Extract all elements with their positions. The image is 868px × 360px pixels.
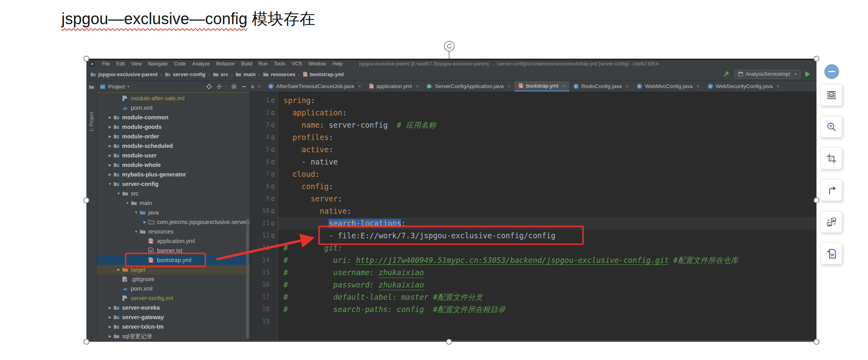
embedded-screenshot[interactable]: FileEditViewNavigateCodeAnalyzeRefactorB… [86, 59, 816, 342]
run-config-select[interactable]: AnalysisServiceImpl ▼ [734, 70, 801, 79]
rotate-handle-icon[interactable] [444, 41, 455, 52]
tree-item-sql变更记录[interactable]: ▶sql变更记录 [97, 331, 250, 339]
tree-item-server-gateway[interactable]: ▶server-gateway [97, 312, 250, 322]
project-panel-title[interactable]: Project [108, 84, 125, 90]
menu-refactor[interactable]: Refactor [213, 61, 238, 67]
close-icon[interactable]: × [777, 83, 780, 89]
tree-item--gitignore[interactable]: .gitignore [97, 274, 250, 284]
menu-edit[interactable]: Edit [113, 61, 128, 67]
chevron-collapsed-icon[interactable]: ▶ [107, 134, 113, 138]
editor-tab-aftersaletimeoutcanceljob-java[interactable]: CAfterSaleTimeoutCancelJob.java× [264, 81, 365, 92]
chevron-collapsed-icon[interactable]: ▶ [107, 334, 113, 338]
code-line-6[interactable]: - native [278, 156, 816, 168]
code-line-18[interactable]: # search-paths: config #配置文件所在根目录 [278, 303, 816, 316]
project-stripe-icon[interactable] [89, 84, 94, 91]
side-toolbar-replace-image-button[interactable] [820, 211, 842, 233]
chevron-expanded-icon[interactable]: ▼ [107, 182, 113, 186]
chevron-collapsed-icon[interactable]: ▶ [107, 306, 113, 310]
chevron-collapsed-icon[interactable]: ▶ [107, 163, 113, 167]
tree-item-module-common[interactable]: ▶module-common [97, 113, 250, 122]
code-line-3[interactable]: name: server-config # 应用名称 [278, 119, 816, 131]
menu-window[interactable]: Window [305, 61, 329, 67]
selection-handle-bottom-right[interactable] [814, 339, 820, 345]
tree-item-server-config-iml[interactable]: server-config.iml [97, 293, 250, 303]
close-icon[interactable]: × [416, 83, 419, 89]
breadcrumb-item-jspgou-exclusive-parent[interactable]: jspgou-exclusive-parent [90, 71, 158, 77]
tool-window-label[interactable]: 1: Project [89, 112, 94, 132]
chevron-collapsed-icon[interactable]: ▶ [107, 315, 113, 319]
code-line-5[interactable]: active: [278, 144, 816, 156]
code-line-13[interactable]: # git: [278, 242, 816, 254]
code-line-19[interactable] [278, 316, 816, 328]
side-toolbar-crop-button[interactable] [820, 147, 842, 169]
chevron-collapsed-icon[interactable]: ▶ [107, 115, 113, 119]
breadcrumb-item-resources[interactable]: resources [263, 71, 295, 77]
selection-handle-top-right[interactable] [814, 56, 820, 62]
code-line-7[interactable]: cloud: [278, 168, 816, 180]
hide-panel-icon[interactable] [241, 84, 247, 89]
tree-item-banner-txt[interactable]: banner.txt [97, 246, 250, 255]
chevron-collapsed-icon[interactable]: ▶ [107, 172, 113, 176]
editor-tab-webmvcconfig-java[interactable]: CWebMvcConfig.java× [633, 81, 703, 92]
code-line-9[interactable]: server: [278, 193, 816, 205]
code-line-15[interactable]: # username: zhukaixiao [278, 266, 816, 279]
tree-item-bootstrap-yml[interactable]: YMLbootstrap.yml [97, 255, 250, 265]
chevron-expanded-icon[interactable]: ▼ [133, 230, 140, 234]
side-toolbar-layout-options-button[interactable] [820, 84, 842, 106]
tree-item-module-goods[interactable]: ▶module-goods [97, 122, 250, 132]
tree-item-application-yml[interactable]: YMLapplication.yml [97, 236, 250, 246]
breadcrumb-item-src[interactable]: src [213, 71, 229, 77]
tree-item-pom-xml[interactable]: mpom.xml [97, 103, 250, 113]
close-icon[interactable]: × [626, 83, 629, 89]
gear-icon[interactable] [231, 84, 237, 90]
build-hammer-icon[interactable] [723, 71, 730, 78]
close-icon[interactable]: × [696, 83, 700, 89]
selection-handle-bottom-left[interactable] [84, 339, 90, 345]
editor-tab-bootstrap-yml[interactable]: YMLbootstrap.yml× [514, 81, 569, 92]
menu-vcs[interactable]: VCS [289, 61, 305, 67]
code-line-17[interactable]: # default-label: master #配置文件分支 [278, 291, 816, 303]
scrollbar-thumb[interactable] [246, 219, 249, 339]
tree-item-target[interactable]: ▶target [97, 265, 250, 274]
tree-item-server-config[interactable]: ▼server-config [97, 179, 250, 189]
chevron-expanded-icon[interactable]: ▼ [115, 191, 122, 195]
tree-item-module-after-sale-iml[interactable]: module-after-sale.iml [97, 94, 250, 103]
code-line-8[interactable]: config: [278, 180, 816, 193]
side-toolbar-save-as-doc-button[interactable] [820, 243, 842, 264]
tree-item-server-eureka[interactable]: ▶server-eureka [97, 303, 250, 312]
code-line-14[interactable]: # uri: http://j17w400949.51mypc.cn:53053… [278, 254, 816, 266]
tree-item-module-user[interactable]: ▶module-user [97, 151, 250, 160]
chevron-collapsed-icon[interactable]: ▶ [107, 325, 113, 329]
tree-item-pom-xml[interactable]: mpom.xml [97, 284, 250, 293]
side-toolbar-rotate-arrow-button[interactable] [820, 179, 842, 201]
selection-handle-mid-left[interactable] [84, 197, 90, 203]
tree-item-module-order[interactable]: ▶module-order [97, 132, 250, 141]
code-line-1[interactable]: spring: [278, 94, 816, 107]
editor-tab-redisconfig-java[interactable]: CRedisConfig.java× [569, 81, 633, 92]
code-line-11[interactable]: search-locations: [278, 217, 816, 230]
close-icon[interactable]: × [562, 83, 565, 89]
editor-tab-application-yml[interactable]: YMLapplication.yml× [365, 81, 423, 92]
tree-item-module-whole[interactable]: ▶module-whole [97, 160, 250, 170]
close-icon[interactable]: × [508, 83, 511, 89]
close-icon[interactable]: × [358, 83, 361, 89]
tree-item-module-scheduled[interactable]: ▶module-scheduled [97, 141, 250, 151]
chevron-collapsed-icon[interactable]: ▶ [107, 125, 113, 129]
menu-analyze[interactable]: Analyze [189, 61, 213, 67]
menu-view[interactable]: View [128, 61, 145, 67]
menu-run[interactable]: Run [255, 61, 271, 67]
breadcrumb-item-main[interactable]: main [235, 71, 255, 77]
tree-item-mybatis-plus-generator[interactable]: ▶mybatis-plus-generator [97, 170, 250, 179]
side-toolbar-zoom-in-button[interactable] [820, 116, 842, 138]
tree-item-src[interactable]: ▼src [97, 189, 250, 198]
editor-tab-a[interactable]: a× [250, 81, 264, 92]
selection-handle-top-left[interactable] [84, 56, 90, 62]
tree-item-com-jeecms-jspgouexclusive-serverco[interactable]: ▶com.jeecms.jspgouexclusive.serverco [97, 217, 250, 227]
locate-file-icon[interactable] [206, 84, 212, 90]
menu-code[interactable]: Code [171, 61, 189, 67]
chevron-expanded-icon[interactable]: ▼ [133, 211, 140, 214]
breadcrumb-item-server-config[interactable]: server-config [165, 71, 205, 77]
editor-tab-websecurityconfig-java[interactable]: CWebSecurityConfig.java× [704, 81, 784, 92]
code-line-10[interactable]: native: [278, 205, 816, 217]
tree-item-java[interactable]: ▼java [97, 208, 250, 217]
